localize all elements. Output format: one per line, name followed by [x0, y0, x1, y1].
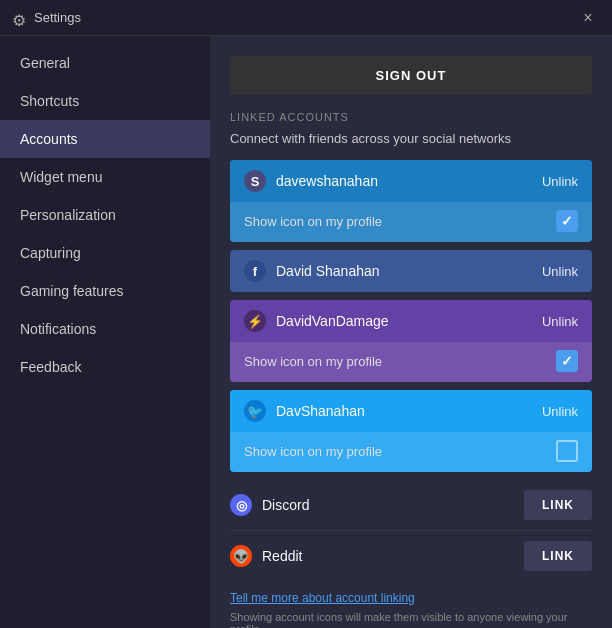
sidebar-item-shortcuts[interactable]: Shortcuts [0, 82, 210, 120]
sign-out-button[interactable]: SIGN OUT [230, 56, 592, 95]
twitter-show-icon-checkbox[interactable] [556, 440, 578, 462]
account-row-steam: S davewshanahan Unlink [230, 160, 592, 202]
twitch-account-name: DavidVanDamage [276, 313, 389, 329]
steam-show-icon-label: Show icon on my profile [244, 214, 382, 229]
account-block-twitter: 🐦 DavShanahan Unlink Show icon on my pro… [230, 390, 592, 472]
twitch-show-icon-label: Show icon on my profile [244, 354, 382, 369]
twitch-show-icon-checkbox[interactable] [556, 350, 578, 372]
sidebar: General Shortcuts Accounts Widget menu P… [0, 36, 210, 628]
footer-note: Showing account icons will make them vis… [230, 611, 592, 628]
settings-icon: ⚙ [12, 11, 26, 25]
steam-show-icon-checkbox[interactable] [556, 210, 578, 232]
twitch-unlink-button[interactable]: Unlink [542, 314, 578, 329]
discord-name: Discord [262, 497, 309, 513]
content-panel: SIGN OUT LINKED ACCOUNTS Connect with fr… [210, 36, 612, 628]
steam-account-name: davewshanahan [276, 173, 378, 189]
facebook-account-name: David Shanahan [276, 263, 380, 279]
account-block-facebook: f David Shanahan Unlink [230, 250, 592, 292]
discord-icon: ◎ [230, 494, 252, 516]
twitter-show-icon-label: Show icon on my profile [244, 444, 382, 459]
sidebar-item-accounts[interactable]: Accounts [0, 120, 210, 158]
discord-link-button[interactable]: LINK [524, 490, 592, 520]
linked-accounts-desc: Connect with friends across your social … [230, 131, 592, 146]
reddit-link-button[interactable]: LINK [524, 541, 592, 571]
title-bar: ⚙ Settings × [0, 0, 612, 36]
account-row-twitter: 🐦 DavShanahan Unlink [230, 390, 592, 432]
twitter-account-name: DavShanahan [276, 403, 365, 419]
sidebar-item-notifications[interactable]: Notifications [0, 310, 210, 348]
sidebar-item-personalization[interactable]: Personalization [0, 196, 210, 234]
discord-row: ◎ Discord LINK [230, 480, 592, 531]
twitch-show-icon-row: Show icon on my profile [230, 342, 592, 382]
window-title: Settings [34, 10, 576, 25]
account-row-facebook: f David Shanahan Unlink [230, 250, 592, 292]
reddit-icon: 👽 [230, 545, 252, 567]
sidebar-item-capturing[interactable]: Capturing [0, 234, 210, 272]
linked-accounts-title: LINKED ACCOUNTS [230, 111, 592, 123]
facebook-unlink-button[interactable]: Unlink [542, 264, 578, 279]
steam-show-icon-row: Show icon on my profile [230, 202, 592, 242]
steam-icon: S [244, 170, 266, 192]
reddit-name: Reddit [262, 548, 302, 564]
twitter-show-icon-row: Show icon on my profile [230, 432, 592, 472]
account-block-steam: S davewshanahan Unlink Show icon on my p… [230, 160, 592, 242]
twitch-icon: ⚡ [244, 310, 266, 332]
sidebar-item-gaming-features[interactable]: Gaming features [0, 272, 210, 310]
sidebar-item-general[interactable]: General [0, 44, 210, 82]
learn-more-link[interactable]: Tell me more about account linking [230, 591, 592, 605]
main-layout: General Shortcuts Accounts Widget menu P… [0, 36, 612, 628]
twitter-unlink-button[interactable]: Unlink [542, 404, 578, 419]
steam-unlink-button[interactable]: Unlink [542, 174, 578, 189]
sidebar-item-feedback[interactable]: Feedback [0, 348, 210, 386]
account-block-twitch: ⚡ DavidVanDamage Unlink Show icon on my … [230, 300, 592, 382]
account-row-twitch: ⚡ DavidVanDamage Unlink [230, 300, 592, 342]
sidebar-item-widget-menu[interactable]: Widget menu [0, 158, 210, 196]
reddit-row: 👽 Reddit LINK [230, 531, 592, 581]
facebook-icon: f [244, 260, 266, 282]
close-button[interactable]: × [576, 6, 600, 30]
twitter-icon: 🐦 [244, 400, 266, 422]
